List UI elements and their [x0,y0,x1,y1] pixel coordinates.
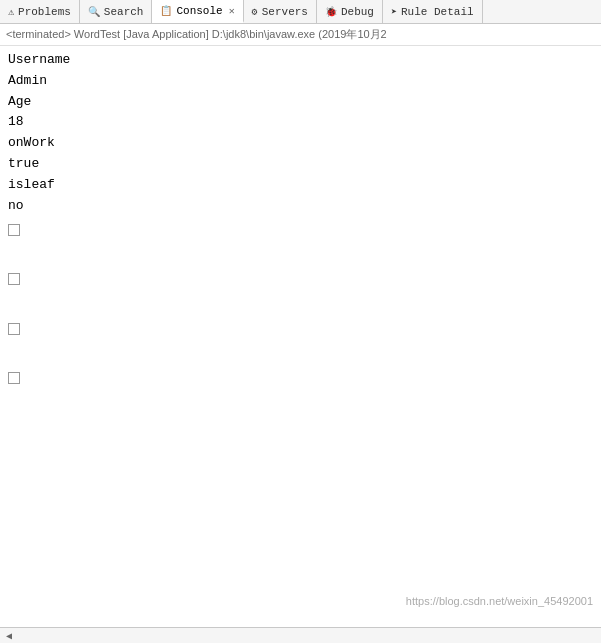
console-line: Admin [8,71,593,92]
tab-servers-label: Servers [262,6,308,18]
tab-servers[interactable]: ⚙ Servers [244,0,317,23]
console-header-text: <terminated> WordTest [Java Application]… [6,28,387,40]
console-line: Username [8,50,593,71]
console-line [8,365,593,394]
console-line: true [8,154,593,175]
console-header: <terminated> WordTest [Java Application]… [0,24,601,46]
console-line [8,266,593,295]
console-content[interactable]: UsernameAdminAge18onWorktrueisleafno [0,46,601,627]
tab-rule-detail-label: Rule Detail [401,6,474,18]
console-line: isleaf [8,175,593,196]
rule-detail-icon: ➤ [391,6,397,18]
tab-debug-label: Debug [341,6,374,18]
console-line [8,344,593,365]
tab-console[interactable]: 📋 Console ✕ [152,0,243,23]
console-area: <terminated> WordTest [Java Application]… [0,24,601,627]
tab-search[interactable]: 🔍 Search [80,0,153,23]
tab-rule-detail[interactable]: ➤ Rule Detail [383,0,483,23]
console-line [8,294,593,315]
watermark: https://blog.csdn.net/weixin_45492001 [406,595,593,607]
tab-problems[interactable]: ⚠ Problems [0,0,80,23]
servers-icon: ⚙ [252,6,258,18]
console-line [8,245,593,266]
problems-icon: ⚠ [8,6,14,18]
console-line: 18 [8,112,593,133]
tab-search-label: Search [104,6,144,18]
console-line [8,315,593,344]
tab-console-label: Console [176,5,222,17]
console-line: onWork [8,133,593,154]
debug-icon: 🐞 [325,6,337,18]
scroll-left-arrow[interactable]: ◀ [6,630,12,642]
bottom-bar: ◀ [0,627,601,643]
tab-problems-label: Problems [18,6,71,18]
console-line: Age [8,92,593,113]
console-line [8,216,593,245]
console-line: no [8,196,593,217]
tab-bar: ⚠ Problems 🔍 Search 📋 Console ✕ ⚙ Server… [0,0,601,24]
tab-debug[interactable]: 🐞 Debug [317,0,383,23]
console-icon: 📋 [160,5,172,17]
search-icon: 🔍 [88,6,100,18]
console-close-icon[interactable]: ✕ [229,5,235,17]
